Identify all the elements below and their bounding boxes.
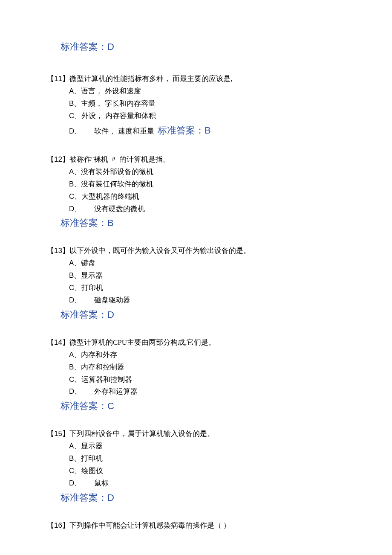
question-number: 【16】 [47,521,69,529]
option-c: C、打印机 [69,282,345,294]
answer-label: 标准答案： [158,125,205,136]
question-stem: 微型计算机的性能指标有多种， 而最主要的应该是, [69,75,233,83]
question-stem: 以下外设中，既可作为输入设备又可作为输出设备的是。 [69,247,251,255]
question-number: 【15】 [47,430,69,438]
option-letter: D、 [69,127,81,135]
answer-label: 标准答案： [61,309,107,320]
answer-letter: D [107,309,114,320]
option-d: D、外存和运算器 [69,386,345,398]
question-number: 【13】 [47,247,69,255]
answer-letter: D [107,492,114,503]
question-12: 【12】被称作''裸机 〃 的计算机是指。 A、没有装外部设备的微机 B、没有装… [47,154,345,230]
answer-letter: B [107,218,114,228]
question-text: 【13】以下外设中，既可作为输入设备又可作为输出设备的是。 [47,245,345,257]
answer-letter: C [107,401,114,411]
document-page: 标准答案：D 【11】微型计算机的性能指标有多种， 而最主要的应该是, A、语言… [0,0,392,555]
answer: 标准答案：B [61,217,345,230]
question-stem: 被称作''裸机 〃 的计算机是指。 [69,155,170,163]
option-c: C、外设， 内存容量和体积 [69,110,345,122]
question-number: 【11】 [47,75,69,83]
answer-label: 标准答案： [61,492,107,503]
option-b: B、没有装任何软件的微机 [69,178,345,191]
question-16: 【16】下列操作中可能会让计算机感染病毒的操作是（ ） [47,520,345,532]
option-text: 磁盘驱动器 [94,296,130,304]
answer: 标准答案：D [61,308,345,321]
question-stem: 下列四种设备中，属于计算机输入设备的是。 [69,430,214,438]
question-text: 【12】被称作''裸机 〃 的计算机是指。 [47,154,345,166]
option-a: A、内存和外存 [69,349,345,361]
option-d: D、鼠标 [69,477,345,490]
option-c: C、运算器和控制器 [69,374,345,386]
option-text: 软件， 速度和重量 [94,127,154,135]
answer-letter: D [107,41,114,52]
option-d: D、软件， 速度和重量 标准答案：B [69,122,345,138]
option-a: A、没有装外部设备的微机 [69,166,345,178]
option-text: 没有硬盘的微机 [94,205,145,213]
option-c: C、绘图仪 [69,465,345,477]
option-a: A、显示器 [69,440,345,453]
option-c: C、大型机器的终端机 [69,191,345,203]
option-letter: D、 [69,387,81,395]
question-11: 【11】微型计算机的性能指标有多种， 而最主要的应该是, A、语言， 外设和速度… [47,73,345,138]
answer-top: 标准答案：D [61,41,345,53]
option-text: 外存和运算器 [94,387,138,395]
question-stem: 微型计算机的CPU主要由两部分构成,它们是。 [69,338,216,346]
answer-inline: 标准答案：B [158,125,211,136]
option-d: D、磁盘驱动器 [69,294,345,307]
question-14: 【14】微型计算机的CPU主要由两部分构成,它们是。 A、内存和外存 B、内存和… [47,337,345,413]
answer-label: 标准答案： [61,401,107,411]
option-a: A、语言， 外设和速度 [69,85,345,98]
option-b: B、显示器 [69,270,345,282]
question-15: 【15】下列四种设备中，属于计算机输入设备的是。 A、显示器 B、打印机 C、绘… [47,428,345,504]
option-b: B、主频， 字长和内存容量 [69,98,345,110]
answer-label: 标准答案： [61,218,107,228]
question-stem: 下列操作中可能会让计算机感染病毒的操作是（ ） [69,521,231,529]
option-b: B、打印机 [69,453,345,465]
question-number: 【14】 [47,338,69,346]
option-text: 鼠标 [94,479,109,487]
question-text: 【14】微型计算机的CPU主要由两部分构成,它们是。 [47,337,345,349]
option-a: A、键盘 [69,257,345,270]
option-letter: D、 [69,205,81,213]
option-d: D、没有硬盘的微机 [69,203,345,215]
answer: 标准答案：C [61,400,345,413]
answer-letter: B [205,125,211,136]
question-text: 【15】下列四种设备中，属于计算机输入设备的是。 [47,428,345,440]
option-b: B、内存和控制器 [69,361,345,374]
question-text: 【11】微型计算机的性能指标有多种， 而最主要的应该是, [47,73,345,85]
option-letter: D、 [69,296,81,304]
option-letter: D、 [69,479,81,487]
question-number: 【12】 [47,155,69,163]
question-13: 【13】以下外设中，既可作为输入设备又可作为输出设备的是。 A、键盘 B、显示器… [47,245,345,321]
answer: 标准答案：D [61,491,345,504]
answer-label: 标准答案： [61,41,107,52]
